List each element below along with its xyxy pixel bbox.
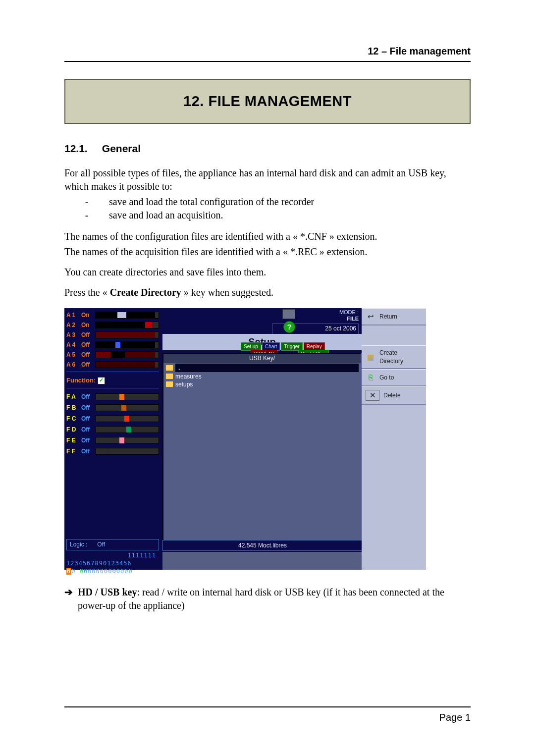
function-checkbox[interactable]: ✓ [98, 377, 105, 384]
body-p3: You can create directories and save file… [64, 266, 471, 279]
center-panel: ? MODE : FILE 25 oct 2006 13: 43: 06 Set… [162, 308, 362, 570]
return-icon: ↩ [366, 312, 375, 322]
function-row: Function: ✓ [66, 376, 159, 385]
body-p2a: The names of the configuration files are… [64, 230, 471, 243]
path-field[interactable]: .. [175, 364, 359, 372]
channel-bar[interactable] [95, 351, 159, 358]
right-button-panel: ↩ Return ▦ Create Directory ⎘ Go to ✕ De… [362, 308, 426, 570]
below-status [162, 552, 362, 570]
body-p4: Press the « Create Directory » key when … [64, 286, 471, 299]
function-channel-row: F FOff [66, 446, 159, 457]
channel-bar[interactable] [95, 312, 159, 319]
delete-icon: ✕ [366, 390, 379, 401]
bullet-1: save and load the total configuration of… [109, 195, 314, 209]
page-number: Page 1 [439, 711, 471, 724]
function-bar[interactable] [95, 404, 159, 411]
folder-icon [165, 381, 173, 387]
folder-icon [165, 373, 173, 379]
after-paragraph: ➔ HD / USB key: read / write on internal… [64, 586, 471, 612]
file-browser[interactable]: USB Key/ .. measuressetups [162, 353, 362, 541]
create-directory-button[interactable]: ▦ Create Directory [362, 345, 426, 369]
top-rule [64, 61, 471, 62]
function-channel-row: F DOff [66, 424, 159, 435]
section-number: 12.1. [64, 142, 99, 156]
logic-panel: Logic : Off 1111111 1234567890123456 00 … [66, 539, 159, 568]
device-screenshot: A 1OnA 2OnA 3OffA 4OffA 5OffA 6Off Funct… [64, 308, 426, 570]
delete-button[interactable]: ✕ Delete [362, 386, 426, 405]
body-p1: For all possible types of files, the app… [64, 166, 471, 193]
channel-row: A 2On [66, 320, 159, 330]
arrow-icon: ➔ [64, 586, 73, 612]
return-button[interactable]: ↩ Return [362, 308, 426, 325]
function-channel-row: F EOff [66, 435, 159, 446]
channel-bar[interactable] [95, 322, 159, 328]
channel-row: A 3Off [66, 330, 159, 340]
status-bar: 42.545 Moct.libres [162, 540, 363, 551]
function-bar[interactable] [95, 415, 159, 422]
folder-item[interactable]: setups [163, 380, 361, 388]
function-channel-row: F COff [66, 413, 159, 424]
section-heading: 12.1. General [64, 142, 471, 156]
function-bar[interactable] [95, 437, 159, 444]
folder-icon [165, 365, 173, 371]
left-channel-panel: A 1OnA 2OnA 3OffA 4OffA 5OffA 6Off Funct… [64, 308, 161, 570]
function-channel-row: F BOff [66, 402, 159, 413]
function-bar[interactable] [95, 393, 159, 400]
channel-bar[interactable] [95, 341, 159, 348]
chapter-title: 12. FILE MANAGEMENT [64, 79, 471, 124]
channel-bar[interactable] [95, 361, 159, 368]
logic-numbers: 1111111 1234567890123456 00 000000000000… [66, 551, 159, 576]
create-directory-icon: ▦ [366, 352, 375, 362]
goto-button[interactable]: ⎘ Go to [362, 369, 426, 386]
channel-row: A 1On [66, 310, 159, 320]
channel-row: A 5Off [66, 350, 159, 360]
bullet-2: save and load an acquisition. [109, 209, 223, 222]
channel-row: A 4Off [66, 340, 159, 350]
bottom-rule [64, 706, 471, 707]
channel-row: A 6Off [66, 360, 159, 370]
function-bar[interactable] [95, 426, 159, 433]
goto-icon: ⎘ [366, 373, 375, 382]
file-browser-header: USB Key/ [163, 354, 361, 363]
running-head: 12 – File management [64, 45, 471, 61]
function-bar[interactable] [95, 448, 159, 455]
folder-item[interactable]: measures [163, 373, 361, 380]
bullet-list: -save and load the total configuration o… [64, 195, 471, 222]
section-title: General [102, 143, 141, 154]
body-p2b: The names of the acquisition files are i… [64, 245, 471, 259]
channel-bar[interactable] [95, 331, 159, 338]
function-channel-row: F AOff [66, 391, 159, 402]
